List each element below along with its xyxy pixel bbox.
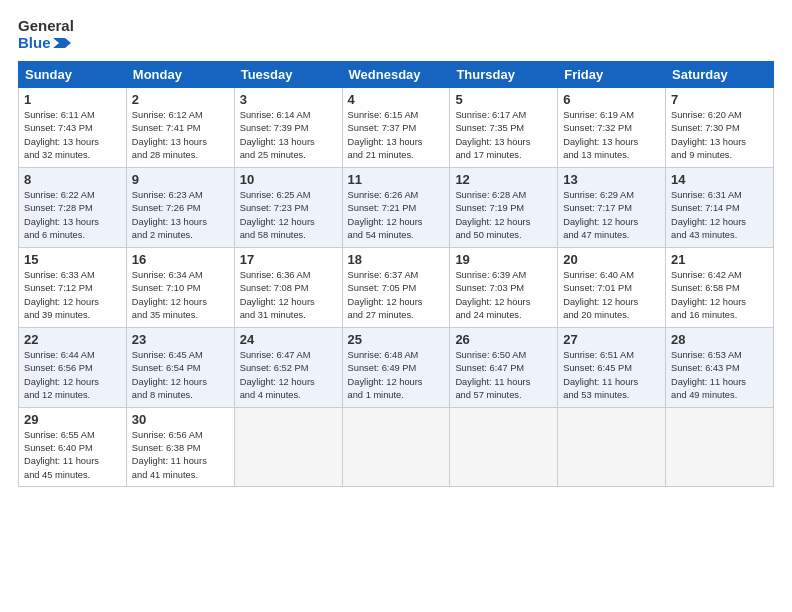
day-info: Sunrise: 6:31 AMSunset: 7:14 PMDaylight:…	[671, 189, 768, 243]
day-number: 26	[455, 332, 552, 347]
day-number: 30	[132, 412, 229, 427]
day-info: Sunrise: 6:51 AMSunset: 6:45 PMDaylight:…	[563, 349, 660, 403]
header: General Blue	[18, 18, 774, 51]
day-number: 24	[240, 332, 337, 347]
header-sunday: Sunday	[19, 62, 127, 88]
calendar-cell: 11Sunrise: 6:26 AMSunset: 7:21 PMDayligh…	[342, 167, 450, 247]
day-number: 19	[455, 252, 552, 267]
day-info: Sunrise: 6:40 AMSunset: 7:01 PMDaylight:…	[563, 269, 660, 323]
day-number: 7	[671, 92, 768, 107]
logo: General Blue	[18, 18, 74, 51]
header-saturday: Saturday	[666, 62, 774, 88]
day-info: Sunrise: 6:47 AMSunset: 6:52 PMDaylight:…	[240, 349, 337, 403]
calendar-cell: 1Sunrise: 6:11 AMSunset: 7:43 PMDaylight…	[19, 88, 127, 168]
calendar-row: 1Sunrise: 6:11 AMSunset: 7:43 PMDaylight…	[19, 88, 774, 168]
day-info: Sunrise: 6:15 AMSunset: 7:37 PMDaylight:…	[348, 109, 445, 163]
day-info: Sunrise: 6:26 AMSunset: 7:21 PMDaylight:…	[348, 189, 445, 243]
day-info: Sunrise: 6:39 AMSunset: 7:03 PMDaylight:…	[455, 269, 552, 323]
calendar-cell: 7Sunrise: 6:20 AMSunset: 7:30 PMDaylight…	[666, 88, 774, 168]
calendar-cell: 13Sunrise: 6:29 AMSunset: 7:17 PMDayligh…	[558, 167, 666, 247]
calendar-cell: 27Sunrise: 6:51 AMSunset: 6:45 PMDayligh…	[558, 327, 666, 407]
day-number: 22	[24, 332, 121, 347]
calendar-cell: 29Sunrise: 6:55 AMSunset: 6:40 PMDayligh…	[19, 407, 127, 487]
day-number: 15	[24, 252, 121, 267]
header-friday: Friday	[558, 62, 666, 88]
day-info: Sunrise: 6:50 AMSunset: 6:47 PMDaylight:…	[455, 349, 552, 403]
calendar: SundayMondayTuesdayWednesdayThursdayFrid…	[18, 61, 774, 487]
calendar-cell: 3Sunrise: 6:14 AMSunset: 7:39 PMDaylight…	[234, 88, 342, 168]
calendar-cell: 19Sunrise: 6:39 AMSunset: 7:03 PMDayligh…	[450, 247, 558, 327]
calendar-cell: 25Sunrise: 6:48 AMSunset: 6:49 PMDayligh…	[342, 327, 450, 407]
calendar-header-row: SundayMondayTuesdayWednesdayThursdayFrid…	[19, 62, 774, 88]
day-number: 6	[563, 92, 660, 107]
day-number: 11	[348, 172, 445, 187]
day-info: Sunrise: 6:20 AMSunset: 7:30 PMDaylight:…	[671, 109, 768, 163]
day-number: 13	[563, 172, 660, 187]
calendar-cell: 14Sunrise: 6:31 AMSunset: 7:14 PMDayligh…	[666, 167, 774, 247]
calendar-cell: 8Sunrise: 6:22 AMSunset: 7:28 PMDaylight…	[19, 167, 127, 247]
day-info: Sunrise: 6:19 AMSunset: 7:32 PMDaylight:…	[563, 109, 660, 163]
day-info: Sunrise: 6:29 AMSunset: 7:17 PMDaylight:…	[563, 189, 660, 243]
calendar-cell: 22Sunrise: 6:44 AMSunset: 6:56 PMDayligh…	[19, 327, 127, 407]
day-info: Sunrise: 6:33 AMSunset: 7:12 PMDaylight:…	[24, 269, 121, 323]
day-number: 5	[455, 92, 552, 107]
day-number: 29	[24, 412, 121, 427]
calendar-cell: 18Sunrise: 6:37 AMSunset: 7:05 PMDayligh…	[342, 247, 450, 327]
day-number: 10	[240, 172, 337, 187]
calendar-cell: 28Sunrise: 6:53 AMSunset: 6:43 PMDayligh…	[666, 327, 774, 407]
header-wednesday: Wednesday	[342, 62, 450, 88]
day-info: Sunrise: 6:11 AMSunset: 7:43 PMDaylight:…	[24, 109, 121, 163]
calendar-cell	[558, 407, 666, 487]
day-number: 4	[348, 92, 445, 107]
day-number: 16	[132, 252, 229, 267]
day-number: 23	[132, 332, 229, 347]
calendar-cell: 5Sunrise: 6:17 AMSunset: 7:35 PMDaylight…	[450, 88, 558, 168]
day-number: 2	[132, 92, 229, 107]
day-info: Sunrise: 6:55 AMSunset: 6:40 PMDaylight:…	[24, 429, 121, 483]
calendar-cell: 17Sunrise: 6:36 AMSunset: 7:08 PMDayligh…	[234, 247, 342, 327]
calendar-cell: 12Sunrise: 6:28 AMSunset: 7:19 PMDayligh…	[450, 167, 558, 247]
day-number: 17	[240, 252, 337, 267]
day-info: Sunrise: 6:53 AMSunset: 6:43 PMDaylight:…	[671, 349, 768, 403]
header-thursday: Thursday	[450, 62, 558, 88]
day-number: 3	[240, 92, 337, 107]
day-number: 20	[563, 252, 660, 267]
day-info: Sunrise: 6:28 AMSunset: 7:19 PMDaylight:…	[455, 189, 552, 243]
day-info: Sunrise: 6:42 AMSunset: 6:58 PMDaylight:…	[671, 269, 768, 323]
calendar-cell: 10Sunrise: 6:25 AMSunset: 7:23 PMDayligh…	[234, 167, 342, 247]
day-number: 28	[671, 332, 768, 347]
calendar-cell: 9Sunrise: 6:23 AMSunset: 7:26 PMDaylight…	[126, 167, 234, 247]
calendar-cell: 21Sunrise: 6:42 AMSunset: 6:58 PMDayligh…	[666, 247, 774, 327]
day-number: 12	[455, 172, 552, 187]
calendar-row: 8Sunrise: 6:22 AMSunset: 7:28 PMDaylight…	[19, 167, 774, 247]
day-info: Sunrise: 6:17 AMSunset: 7:35 PMDaylight:…	[455, 109, 552, 163]
day-info: Sunrise: 6:22 AMSunset: 7:28 PMDaylight:…	[24, 189, 121, 243]
day-info: Sunrise: 6:48 AMSunset: 6:49 PMDaylight:…	[348, 349, 445, 403]
day-info: Sunrise: 6:44 AMSunset: 6:56 PMDaylight:…	[24, 349, 121, 403]
svg-marker-0	[53, 38, 71, 48]
calendar-cell	[450, 407, 558, 487]
calendar-row: 22Sunrise: 6:44 AMSunset: 6:56 PMDayligh…	[19, 327, 774, 407]
day-number: 8	[24, 172, 121, 187]
calendar-cell: 20Sunrise: 6:40 AMSunset: 7:01 PMDayligh…	[558, 247, 666, 327]
page: General Blue SundayMondayTuesdayWednesda…	[0, 0, 792, 497]
calendar-cell	[666, 407, 774, 487]
calendar-cell	[234, 407, 342, 487]
day-info: Sunrise: 6:37 AMSunset: 7:05 PMDaylight:…	[348, 269, 445, 323]
calendar-cell: 2Sunrise: 6:12 AMSunset: 7:41 PMDaylight…	[126, 88, 234, 168]
calendar-cell: 15Sunrise: 6:33 AMSunset: 7:12 PMDayligh…	[19, 247, 127, 327]
calendar-row: 29Sunrise: 6:55 AMSunset: 6:40 PMDayligh…	[19, 407, 774, 487]
calendar-cell: 30Sunrise: 6:56 AMSunset: 6:38 PMDayligh…	[126, 407, 234, 487]
day-info: Sunrise: 6:12 AMSunset: 7:41 PMDaylight:…	[132, 109, 229, 163]
calendar-cell	[342, 407, 450, 487]
header-tuesday: Tuesday	[234, 62, 342, 88]
day-number: 25	[348, 332, 445, 347]
day-info: Sunrise: 6:25 AMSunset: 7:23 PMDaylight:…	[240, 189, 337, 243]
calendar-cell: 23Sunrise: 6:45 AMSunset: 6:54 PMDayligh…	[126, 327, 234, 407]
calendar-cell: 6Sunrise: 6:19 AMSunset: 7:32 PMDaylight…	[558, 88, 666, 168]
calendar-cell: 4Sunrise: 6:15 AMSunset: 7:37 PMDaylight…	[342, 88, 450, 168]
day-number: 14	[671, 172, 768, 187]
day-info: Sunrise: 6:36 AMSunset: 7:08 PMDaylight:…	[240, 269, 337, 323]
day-number: 21	[671, 252, 768, 267]
day-number: 9	[132, 172, 229, 187]
